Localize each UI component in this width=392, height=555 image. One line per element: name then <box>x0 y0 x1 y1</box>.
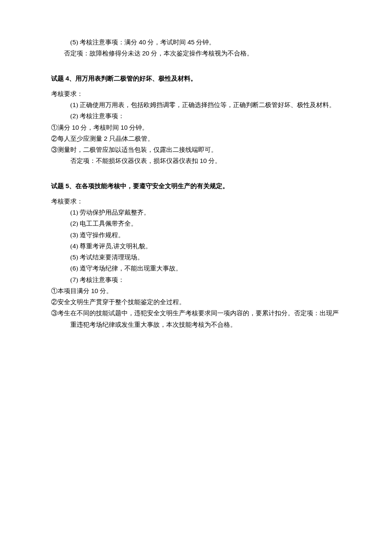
sec4-item1: (1) 正确使用万用表，包括欧姆挡调零，正确选择挡位等，正确判断二极管好坏、极性… <box>51 99 341 110</box>
sec5-note3-line2: 重违犯考场纪律或发生重大事故，本次技能考核为不合格。 <box>51 319 341 330</box>
sec5-item7: (7) 考核注意事项： <box>51 274 341 285</box>
sec3-item5: (5) 考核注意事项：满分 40 分，考试时间 45 分钟。 <box>51 37 341 48</box>
sec4-note1: ①满分 10 分，考核时间 10 分钟。 <box>51 122 341 133</box>
sec3-negative: 否定项：故障检修得分未达 20 分，本次鉴定操作考核视为不合格。 <box>51 48 341 59</box>
sec4-item2: (2) 考核注意事项： <box>51 110 341 122</box>
sec5-item5: (5) 考试结束要清理现场。 <box>51 252 341 263</box>
sec5-item3: (3) 遵守操作规程。 <box>51 230 341 241</box>
sec5-note2: ②安全文明生产贯穿于整个技能鉴定的全过程。 <box>51 296 341 308</box>
sec4-title: 试题 4、用万用表判断二极管的好坏、极性及材料。 <box>51 73 341 84</box>
sec5-req-label: 考核要求： <box>51 196 341 207</box>
section-3-tail: (5) 考核注意事项：满分 40 分，考试时间 45 分钟。 否定项：故障检修得… <box>51 37 341 59</box>
sec4-req-label: 考核要求： <box>51 88 341 99</box>
sec4-note2: ②每人至少应测量 2 只晶体二极管。 <box>51 133 341 144</box>
sec5-item1: (1) 劳动保护用品穿戴整齐。 <box>51 207 341 218</box>
sec4-note3: ③测量时，二极管应加以适当包装，仅露出二接线端即可。 <box>51 144 341 155</box>
sec5-note3-line1: ③考生在不同的技能试题中，违犯安全文明生产考核要求同一项内容的，要累计扣分。否定… <box>51 308 341 319</box>
section-4: 试题 4、用万用表判断二极管的好坏、极性及材料。 考核要求： (1) 正确使用万… <box>51 73 341 167</box>
sec5-note1: ①本项目满分 10 分。 <box>51 285 341 296</box>
sec5-title: 试题 5、在各项技能考核中，要遵守安全文明生产的有关规定。 <box>51 180 341 192</box>
sec5-item4: (4) 尊重考评员,讲文明礼貌。 <box>51 241 341 252</box>
section-5: 试题 5、在各项技能考核中，要遵守安全文明生产的有关规定。 考核要求： (1) … <box>51 180 341 330</box>
sec5-item6: (6) 遵守考场纪律，不能出现重大事故。 <box>51 263 341 274</box>
sec5-item2: (2) 电工工具佩带齐全。 <box>51 218 341 229</box>
sec4-negative: 否定项：不能损坏仪器仪表，损坏仪器仪表扣 10 分。 <box>51 155 341 166</box>
